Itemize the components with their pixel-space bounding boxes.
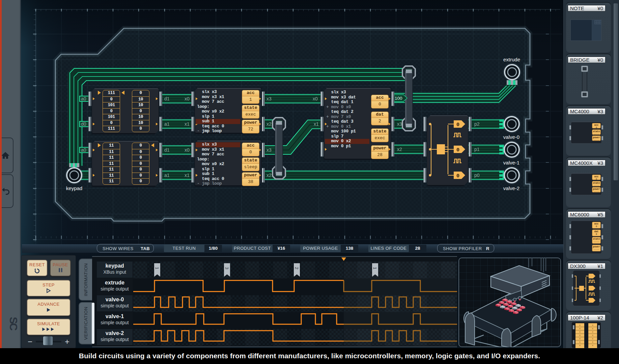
svg-text:1: 1 (372, 267, 377, 269)
svg-text:3: 3 (224, 267, 229, 269)
svg-text:2: 2 (294, 267, 299, 269)
svg-text:1: 1 (154, 267, 160, 269)
